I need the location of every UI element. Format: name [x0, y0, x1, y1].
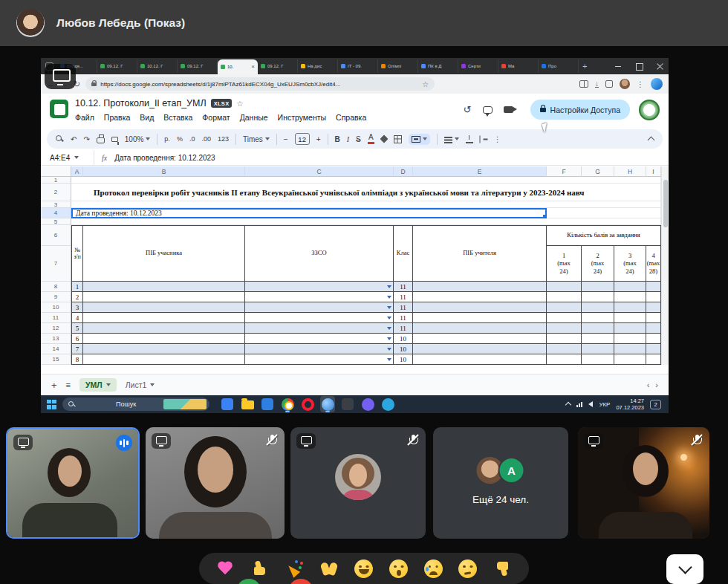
reaction-tears-of-joy-icon[interactable] [353, 557, 375, 580]
row-header[interactable]: 12 [41, 323, 71, 334]
taskbar-app-opera[interactable] [300, 396, 315, 412]
taskbar-app-chrome[interactable] [280, 396, 295, 412]
cell-school[interactable] [245, 354, 394, 365]
taskbar-app-store[interactable] [260, 396, 275, 412]
empty-cells[interactable] [71, 177, 661, 184]
taskbar-app-explorer[interactable] [240, 396, 255, 412]
cell-teacher[interactable] [413, 313, 547, 323]
cell-participant[interactable] [83, 292, 245, 302]
header-cell-score3[interactable]: 3 (max 24) [614, 246, 646, 282]
zoom-select[interactable]: 100% [125, 135, 151, 143]
participant-tile[interactable] [290, 427, 426, 539]
doc-star-icon[interactable]: ☆ [236, 100, 243, 108]
bold-button[interactable]: B [335, 135, 340, 143]
text-wrap-button[interactable] [479, 135, 487, 143]
share-button[interactable]: Настройки Доступа [530, 100, 630, 120]
column-header[interactable]: I [646, 166, 661, 177]
cell-num[interactable]: 8 [71, 354, 83, 365]
menu-view[interactable]: Вид [140, 113, 154, 122]
taskbar-clock[interactable]: 14:27 07.12.2023 [616, 398, 644, 411]
cell-teacher[interactable] [413, 344, 547, 354]
browser-tab-active[interactable]: 10.× [218, 59, 258, 74]
sheets-logo-icon[interactable] [50, 100, 68, 118]
reaction-thumbs-up-icon[interactable] [249, 557, 271, 580]
horizontal-align-button[interactable] [444, 134, 459, 143]
taskbar-app-browser-active[interactable] [320, 396, 335, 412]
sheet-tab[interactable]: Лист1 [126, 380, 155, 389]
cell-participant[interactable] [83, 354, 245, 365]
start-button[interactable] [47, 400, 56, 409]
menu-help[interactable]: Справка [336, 113, 366, 122]
undo-icon[interactable]: ↶ [71, 135, 77, 143]
spreadsheet-grid[interactable]: A B C D E F G H I 1 2Протокол перевірки … [41, 166, 669, 367]
cell-participant[interactable] [83, 344, 245, 354]
print-icon[interactable] [97, 137, 105, 143]
vertical-scrollbar[interactable] [661, 166, 669, 365]
empty-cells[interactable] [71, 218, 661, 225]
browser-tab[interactable]: Про [539, 59, 579, 73]
cell-participant[interactable] [83, 313, 245, 323]
notification-count-badge[interactable]: 2 [650, 400, 661, 409]
cell-participant[interactable] [83, 282, 245, 292]
dropdown-icon[interactable] [387, 296, 391, 299]
column-header[interactable]: D [394, 166, 413, 177]
formula-input[interactable]: Дата проведення: 10.12.2023 [114, 154, 215, 162]
cell-grade[interactable]: 11 [394, 302, 413, 313]
percent-format-button[interactable]: % [177, 135, 183, 143]
browser-tab[interactable]: Серти [458, 59, 498, 73]
column-header[interactable]: B [83, 166, 245, 177]
header-cell-num[interactable]: № з/п [71, 225, 83, 282]
dropdown-icon[interactable] [387, 317, 391, 319]
cell-participant[interactable] [83, 302, 245, 313]
protocol-title-cell[interactable]: Протокол перевірки робіт учасників ІІ ет… [71, 184, 661, 201]
font-size-increase-button[interactable]: + [316, 135, 321, 143]
reaction-thinking-icon[interactable] [457, 557, 479, 580]
taskbar-app-telegram[interactable] [380, 396, 395, 412]
collapse-toolbar-icon[interactable] [648, 137, 655, 144]
column-header[interactable]: E [413, 166, 547, 177]
currency-format-button[interactable]: р. [164, 135, 170, 143]
window-close-button[interactable] [656, 62, 664, 71]
dropdown-icon[interactable] [387, 327, 391, 330]
dropdown-icon[interactable] [387, 306, 391, 309]
shared-screen[interactable]: Входя... 09.12. Г 10.12. Г 09.12. Г 10.×… [41, 58, 669, 413]
menu-format[interactable]: Формат [202, 113, 230, 122]
cell-grade[interactable]: 10 [394, 344, 413, 354]
menu-insert[interactable]: Вставка [163, 113, 192, 122]
cell-grade[interactable]: 11 [394, 282, 413, 292]
participant-overflow-tile[interactable]: A Ещё 24 чел. [433, 427, 568, 539]
row-header[interactable]: 5 [41, 218, 71, 225]
comments-icon[interactable] [483, 106, 493, 114]
browser-menu-icon[interactable]: ⋮ [637, 80, 644, 88]
header-cell-participant[interactable]: ПІБ учасника [83, 225, 245, 282]
row-header[interactable]: 4 [41, 208, 71, 218]
browser-tab[interactable]: 09.12. Г [97, 59, 137, 73]
borders-icon[interactable] [394, 135, 402, 143]
cell-school[interactable] [245, 302, 394, 313]
redo-icon[interactable]: ↷ [83, 135, 89, 143]
cell-teacher[interactable] [413, 354, 547, 365]
increase-decimals-button[interactable]: .00 [201, 135, 211, 143]
downloads-icon[interactable]: ↓ [595, 80, 599, 88]
cell-grade[interactable]: 10 [394, 334, 413, 344]
doc-title[interactable]: 10.12. Протоколи_ІІ етап_УМЛ [75, 98, 207, 108]
cell-teacher[interactable] [413, 323, 547, 334]
fill-color-icon[interactable] [380, 134, 388, 143]
reaction-astonished-icon[interactable] [388, 557, 410, 580]
tab-close-icon[interactable]: × [251, 64, 255, 70]
meet-camera-icon[interactable] [504, 106, 513, 113]
reaction-clapping-hands-icon[interactable] [318, 557, 340, 580]
window-minimize-button[interactable] [614, 62, 623, 71]
cell-school[interactable] [245, 323, 394, 334]
cell-grade[interactable]: 11 [394, 313, 413, 323]
version-history-icon[interactable]: ↺ [464, 105, 472, 114]
font-size-decrease-button[interactable]: − [284, 135, 288, 143]
menu-file[interactable]: Файл [75, 113, 94, 122]
browser-tab[interactable]: 09.12. Г [178, 59, 218, 73]
row-header[interactable]: 10 [41, 302, 71, 313]
cell-school[interactable] [245, 334, 394, 344]
cell-num[interactable]: 2 [71, 292, 83, 302]
cell-num[interactable]: 1 [71, 282, 83, 292]
dropdown-icon[interactable] [387, 337, 391, 340]
cell-school[interactable] [245, 292, 394, 302]
